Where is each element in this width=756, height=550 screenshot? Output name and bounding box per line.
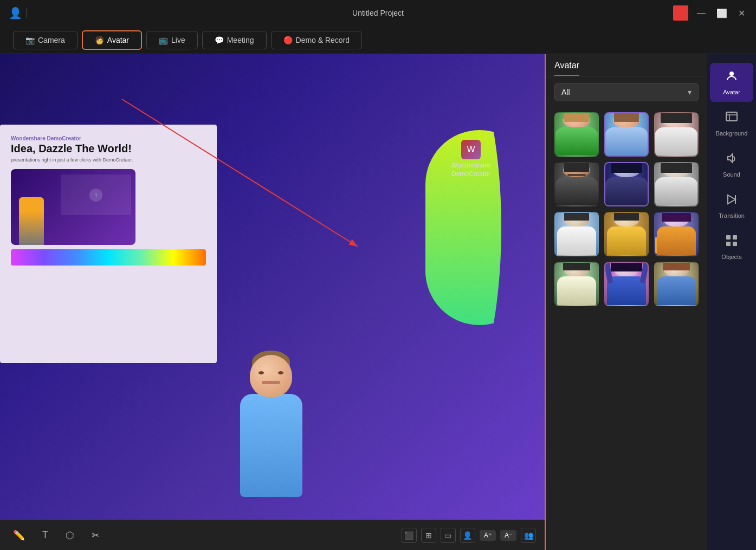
svg-rect-9 bbox=[733, 235, 737, 240]
avatar-card-6[interactable] bbox=[654, 162, 699, 206]
avatar-head-container bbox=[250, 355, 292, 397]
avatar-card-3[interactable] bbox=[654, 112, 699, 157]
avatar-card-7[interactable] bbox=[554, 212, 599, 256]
objects-sidebar-label: Objects bbox=[721, 254, 741, 260]
sidebar: Avatar Background bbox=[707, 54, 756, 550]
camera-tab[interactable]: 📷 Camera bbox=[13, 31, 77, 49]
sound-sidebar-label: Sound bbox=[723, 171, 740, 178]
main-layout: W WondershareDemoCreator Wondershare Dem… bbox=[0, 54, 756, 550]
view-mode-2-button[interactable]: ⊞ bbox=[421, 528, 436, 543]
toolbar-right-tools: ⬛ ⊞ ▭ 👤 A⁺ A⁻ 👥 bbox=[402, 528, 536, 543]
filter-row: All ▾ bbox=[546, 76, 707, 108]
crop-tool-button[interactable]: ✂ bbox=[87, 527, 104, 543]
svg-rect-3 bbox=[726, 112, 737, 121]
main-avatar bbox=[217, 355, 325, 517]
view-mode-4-button[interactable]: 👤 bbox=[460, 528, 475, 543]
ws-logo-icon: W bbox=[461, 140, 481, 159]
ws-logo-area: W WondershareDemoCreator bbox=[451, 140, 490, 178]
sidebar-item-objects[interactable]: Objects bbox=[710, 228, 753, 267]
avatar-card-5[interactable] bbox=[604, 162, 649, 206]
sound-sidebar-icon bbox=[725, 152, 738, 168]
close-button[interactable]: ✕ bbox=[736, 6, 747, 21]
title-bar: 👤 Untitled Project — ⬜ ✕ bbox=[0, 0, 756, 26]
rainbow-bar bbox=[11, 249, 206, 266]
slide-preview: Wondershare DemoCreator Idea, Dazzle The… bbox=[0, 125, 217, 363]
transition-sidebar-icon bbox=[725, 193, 738, 209]
upload-icon: ↑ bbox=[89, 189, 102, 202]
avatar-card-1[interactable] bbox=[554, 112, 599, 157]
view-mode-1-button[interactable]: ⬛ bbox=[402, 528, 417, 543]
avatar-panel-content: Avatar All ▾ bbox=[546, 54, 707, 550]
avatar-card-2[interactable] bbox=[604, 112, 649, 157]
ws-logo-text: WondershareDemoCreator bbox=[451, 161, 490, 178]
slide-subtitle: presentations right in just a few clicks… bbox=[11, 157, 206, 163]
view-mode-3-button[interactable]: ▭ bbox=[441, 528, 456, 543]
svg-rect-8 bbox=[726, 235, 731, 240]
avatar-card-8[interactable] bbox=[604, 212, 649, 256]
chevron-down-icon: ▾ bbox=[688, 88, 692, 96]
font-increase-button[interactable]: A⁺ bbox=[480, 530, 496, 541]
text-tool-button[interactable]: T bbox=[38, 527, 53, 543]
avatar-body bbox=[240, 394, 302, 497]
transition-sidebar-label: Transition bbox=[719, 212, 745, 219]
font-decrease-button[interactable]: A⁻ bbox=[500, 530, 516, 541]
record-indicator bbox=[673, 5, 688, 21]
live-icon: 📺 bbox=[159, 36, 168, 44]
background-sidebar-label: Background bbox=[716, 130, 748, 137]
maximize-button[interactable]: ⬜ bbox=[714, 6, 729, 21]
objects-sidebar-icon bbox=[725, 234, 738, 250]
sidebar-item-transition[interactable]: Transition bbox=[710, 186, 753, 225]
svg-rect-11 bbox=[733, 242, 737, 246]
svg-point-2 bbox=[729, 72, 734, 76]
shape-tool-button[interactable]: ⬡ bbox=[61, 527, 79, 543]
svg-rect-10 bbox=[726, 242, 731, 246]
avatar-eye-left bbox=[259, 371, 264, 374]
right-panel: Avatar All ▾ bbox=[545, 54, 756, 550]
user-icon[interactable]: 👤 bbox=[9, 7, 22, 20]
avatar-filter-select[interactable]: All ▾ bbox=[554, 83, 699, 101]
background-sidebar-icon bbox=[725, 111, 738, 127]
nav-bar: 📷 Camera 🧑 Avatar 📺 Live 💬 Meeting 🔴 Dem… bbox=[0, 26, 756, 54]
avatar-grid bbox=[546, 108, 707, 550]
minimize-button[interactable]: — bbox=[695, 6, 708, 20]
canvas-area[interactable]: W WondershareDemoCreator Wondershare Dem… bbox=[0, 54, 545, 550]
sidebar-item-avatar[interactable]: Avatar bbox=[710, 63, 753, 102]
avatar-panel-header: Avatar bbox=[546, 54, 707, 76]
avatar-card-11[interactable] bbox=[604, 262, 649, 306]
title-bar-right: — ⬜ ✕ bbox=[673, 5, 747, 21]
avatar-mouth bbox=[262, 381, 280, 384]
scene-content: W WondershareDemoCreator Wondershare Dem… bbox=[0, 54, 545, 550]
slide-upload-area: ↑ bbox=[61, 174, 131, 215]
slide-brand: Wondershare DemoCreator bbox=[11, 135, 206, 141]
avatar-face bbox=[250, 355, 292, 397]
meeting-tab[interactable]: 💬 Meeting bbox=[202, 31, 267, 49]
bottom-toolbar: ✏️ T ⬡ ✂ ⬛ ⊞ ▭ 👤 A⁺ A⁻ 👥 bbox=[0, 520, 545, 550]
slide-title: Idea, Dazzle The World! bbox=[11, 143, 206, 155]
meeting-icon: 💬 bbox=[215, 36, 224, 44]
demo-icon: 🔴 bbox=[283, 36, 293, 44]
demo-tab[interactable]: 🔴 Demo & Record bbox=[271, 31, 363, 49]
avatar-sidebar-icon bbox=[725, 69, 738, 86]
slide-inner-screen: ↑ bbox=[11, 169, 135, 245]
avatar-card-9[interactable] bbox=[654, 212, 699, 256]
group-button[interactable]: 👥 bbox=[521, 528, 536, 543]
live-tab[interactable]: 📺 Live bbox=[146, 31, 198, 49]
avatar-card-10[interactable] bbox=[554, 262, 599, 306]
avatar-tab[interactable]: 🧑 Avatar bbox=[82, 30, 142, 50]
draw-tool-button[interactable]: ✏️ bbox=[9, 527, 29, 543]
window-title: Untitled Project bbox=[352, 9, 404, 17]
svg-marker-6 bbox=[728, 195, 735, 204]
avatar-card-4[interactable] bbox=[554, 162, 599, 206]
user-area: 👤 bbox=[9, 7, 27, 20]
avatar-sidebar-label: Avatar bbox=[723, 89, 740, 95]
avatar-eye-right bbox=[278, 371, 283, 374]
avatar-nav-icon: 🧑 bbox=[95, 36, 104, 44]
avatar-panel-title: Avatar bbox=[554, 61, 579, 76]
right-panel-inner: Avatar All ▾ bbox=[546, 54, 756, 550]
sidebar-item-background[interactable]: Background bbox=[710, 104, 753, 143]
slide-person-figure bbox=[19, 197, 44, 245]
sidebar-item-sound[interactable]: Sound bbox=[710, 145, 753, 184]
camera-icon: 📷 bbox=[25, 36, 35, 44]
avatar-card-12[interactable] bbox=[654, 262, 699, 306]
toolbar-left-tools: ✏️ T ⬡ ✂ bbox=[9, 527, 104, 543]
